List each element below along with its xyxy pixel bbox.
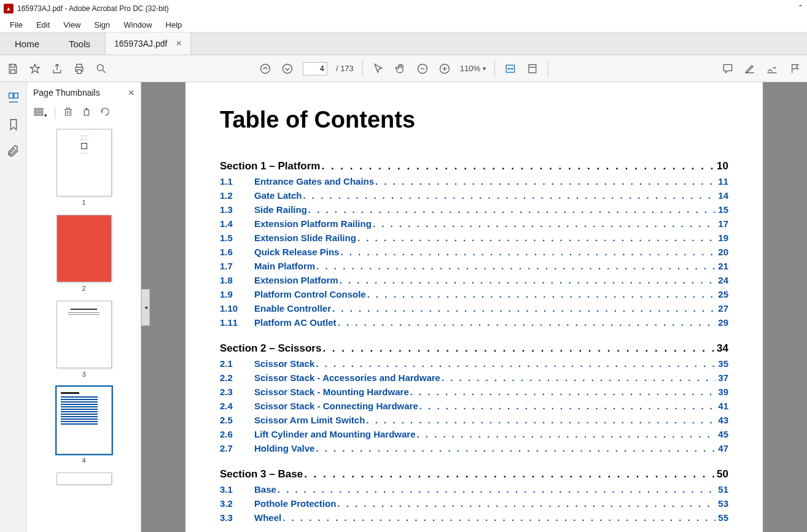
sign-icon[interactable] <box>765 62 779 75</box>
entry-label: Lift Cylinder and Mounting Hardware <box>254 429 416 439</box>
thumbnail-5[interactable] <box>57 472 112 485</box>
svg-rect-6 <box>529 64 536 72</box>
fit-width-icon[interactable] <box>504 62 517 75</box>
menu-file[interactable]: File <box>4 19 29 31</box>
toc-entry[interactable]: 2.7Holding Valve. . . . . . . . . . . . … <box>220 443 728 453</box>
menu-view[interactable]: View <box>57 19 87 31</box>
menu-help[interactable]: Help <box>160 19 189 31</box>
thumbnails-icon[interactable] <box>7 91 20 104</box>
zoom-dropdown[interactable]: 110% ▾ <box>460 64 486 73</box>
rotate-icon[interactable] <box>81 106 92 120</box>
svg-rect-9 <box>34 109 43 110</box>
fit-page-icon[interactable] <box>526 62 539 75</box>
entry-number: 1.3 <box>220 204 254 215</box>
delete-icon[interactable] <box>63 106 74 120</box>
options-icon[interactable]: ▾ <box>33 106 47 120</box>
tab-home[interactable]: Home <box>0 33 54 55</box>
page-title: Table of Contents <box>220 107 728 133</box>
window-title: 165973AJ.pdf - Adobe Acrobat Pro DC (32-… <box>17 4 169 13</box>
toc-entry[interactable]: 2.1Scissor Stack. . . . . . . . . . . . … <box>220 358 728 369</box>
entry-page: 47 <box>718 443 728 453</box>
toc-entry[interactable]: 1.7Main Platform. . . . . . . . . . . . … <box>220 261 728 271</box>
toc-entry[interactable]: 2.3Scissor Stack - Mounting Hardware. . … <box>220 387 728 397</box>
thumbnails-list[interactable]: ⌃ ———————— ———— 1 2 3 <box>27 123 141 532</box>
share-icon[interactable] <box>50 62 64 75</box>
thumbnail-1[interactable]: ———————— ———— 1 <box>57 129 112 206</box>
print-icon[interactable] <box>72 62 86 75</box>
toc-entry[interactable]: 1.5Extension Slide Railing. . . . . . . … <box>220 233 728 243</box>
more-tools-icon[interactable] <box>787 62 801 75</box>
toc-entry[interactable]: 1.3Side Railing. . . . . . . . . . . . .… <box>220 204 728 215</box>
highlight-icon[interactable] <box>743 62 757 75</box>
toc-entry[interactable]: 2.4Scissor Stack - Connecting Hardware. … <box>220 401 728 411</box>
dot-leader: . . . . . . . . . . . . . . . . . . . . … <box>308 204 715 215</box>
save-icon[interactable] <box>6 62 20 75</box>
toc-entry[interactable]: 2.6Lift Cylinder and Mounting Hardware. … <box>220 429 728 439</box>
page-number-input[interactable] <box>303 62 327 75</box>
separator <box>494 60 495 77</box>
thumbnail-3[interactable]: 3 <box>57 301 112 378</box>
tab-close-icon[interactable]: × <box>176 38 181 49</box>
entry-number: 1.8 <box>220 275 254 285</box>
toc-entry[interactable]: 1.1Entrance Gates and Chains. . . . . . … <box>220 176 728 187</box>
thumbnail-2[interactable]: 2 <box>57 215 112 292</box>
panel-close-icon[interactable]: × <box>128 87 134 99</box>
zoom-out-icon[interactable] <box>416 62 429 75</box>
attachment-icon[interactable] <box>7 145 20 158</box>
hand-icon[interactable] <box>394 62 407 75</box>
dot-leader: . . . . . . . . . . . . . . . . . . . . … <box>316 358 715 369</box>
tab-document[interactable]: 165973AJ.pdf × <box>105 33 191 55</box>
page-total: / 173 <box>336 64 354 73</box>
document-page: Table of Contents Section 1 – Platform. … <box>185 82 763 532</box>
entry-label: Scissor Stack <box>254 358 314 369</box>
entry-number: 1.7 <box>220 261 254 271</box>
undo-icon[interactable] <box>99 106 111 120</box>
toc-entry[interactable]: 1.9Platform Control Console. . . . . . .… <box>220 289 728 299</box>
find-icon[interactable] <box>95 62 108 75</box>
toc-entry[interactable]: 1.11Platform AC Outlet. . . . . . . . . … <box>220 317 728 328</box>
zoom-in-icon[interactable] <box>438 62 451 75</box>
entry-label: Scissor Stack - Mounting Hardware <box>254 387 409 397</box>
toc-entry[interactable]: 1.2Gate Latch. . . . . . . . . . . . . .… <box>220 190 728 201</box>
bookmark-icon[interactable] <box>7 118 20 131</box>
entry-number: 2.2 <box>220 372 254 383</box>
thumbnail-number: 3 <box>82 371 85 378</box>
separator <box>548 60 548 77</box>
entry-label: Side Railing <box>254 204 307 215</box>
menu-window[interactable]: Window <box>117 19 158 31</box>
entry-label: Enable Controller <box>254 303 331 314</box>
entry-number: 2.4 <box>220 401 254 411</box>
thumbnail-4[interactable]: 4 <box>57 387 112 464</box>
toc-entry[interactable]: 1.4Extension Platform Railing. . . . . .… <box>220 218 728 229</box>
toc-entry[interactable]: 3.2Pothole Protection. . . . . . . . . .… <box>220 498 728 509</box>
collapse-panel-icon[interactable]: ◂ <box>141 289 150 326</box>
dot-leader: . . . . . . . . . . . . . . . . . . . . … <box>332 303 715 314</box>
entry-number: 2.3 <box>220 387 254 397</box>
page-up-icon[interactable] <box>259 62 272 75</box>
selection-icon[interactable] <box>372 62 385 75</box>
pdf-icon: ▲ <box>4 4 14 13</box>
dot-leader: . . . . . . . . . . . . . . . . . . . . … <box>338 317 716 328</box>
comment-icon[interactable] <box>721 62 735 75</box>
toc-entry[interactable]: 1.6Quick Release Pins. . . . . . . . . .… <box>220 247 728 257</box>
toc-entry[interactable]: 1.8Extension Platform. . . . . . . . . .… <box>220 275 728 285</box>
toc-section-heading: Section 3 – Base. . . . . . . . . . . . … <box>220 468 728 480</box>
star-icon[interactable] <box>28 62 42 75</box>
dot-leader: . . . . . . . . . . . . . . . . . . . . … <box>410 387 716 397</box>
toc-entry[interactable]: 2.5Scissor Arm Limit Switch. . . . . . .… <box>220 415 728 425</box>
svg-rect-11 <box>34 114 43 115</box>
page-down-icon[interactable] <box>281 62 294 75</box>
tab-tools[interactable]: Tools <box>54 33 105 55</box>
entry-label: Entrance Gates and Chains <box>254 176 374 187</box>
toc-entry[interactable]: 1.10Enable Controller. . . . . . . . . .… <box>220 303 728 314</box>
entry-label: Extension Platform <box>254 275 338 285</box>
dot-leader: . . . . . . . . . . . . . . . . . . . . … <box>322 342 714 355</box>
menu-edit[interactable]: Edit <box>30 19 56 31</box>
entry-number: 3.1 <box>220 484 254 495</box>
document-view[interactable]: ◂ Table of Contents Section 1 – Platform… <box>141 82 807 532</box>
entry-page: 19 <box>718 233 728 243</box>
toc-entry[interactable]: 2.2Scissor Stack - Accessories and Hardw… <box>220 372 728 383</box>
toc-entry[interactable]: 3.3Wheel. . . . . . . . . . . . . . . . … <box>220 512 728 523</box>
menu-sign[interactable]: Sign <box>88 19 116 31</box>
toc-entry[interactable]: 3.1Base. . . . . . . . . . . . . . . . .… <box>220 484 728 495</box>
